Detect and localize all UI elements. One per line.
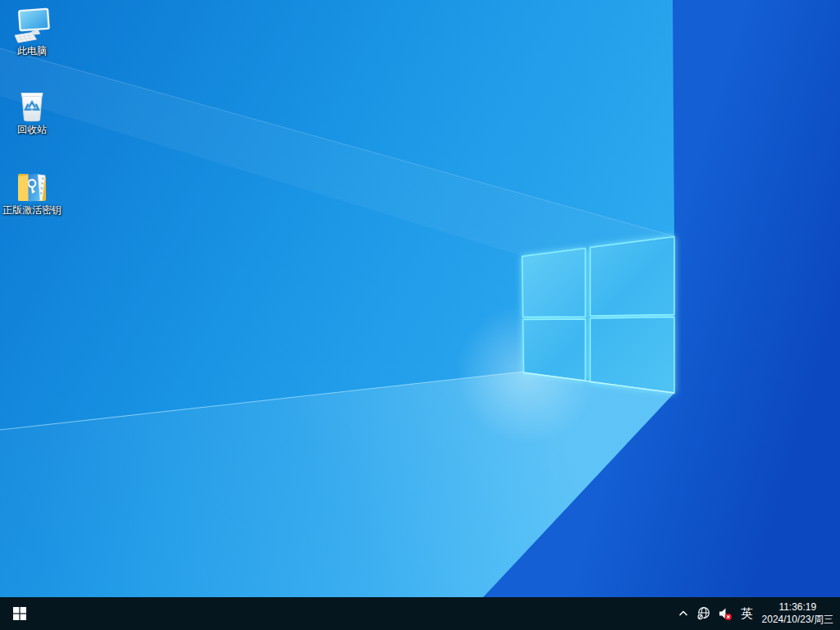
volume-tray-button[interactable] bbox=[714, 597, 736, 630]
globe-no-internet-icon bbox=[696, 606, 711, 621]
desktop-icon-this-pc[interactable]: 此电脑 bbox=[0, 7, 64, 57]
windows-start-icon bbox=[13, 607, 26, 620]
taskbar-empty-area bbox=[39, 597, 673, 630]
system-tray: 英 11:36:19 2024/10/23/周三 bbox=[673, 597, 840, 630]
start-button[interactable] bbox=[0, 597, 39, 630]
ime-label: 英 bbox=[741, 606, 753, 622]
desktop-wallpaper bbox=[0, 0, 840, 630]
desktop-icon-recycle-bin[interactable]: 回收站 bbox=[0, 85, 64, 135]
folder-activation-key-icon bbox=[12, 166, 52, 203]
clock-date: 2024/10/23/周三 bbox=[762, 614, 833, 626]
network-tray-button[interactable] bbox=[693, 597, 714, 630]
show-hidden-icons-button[interactable] bbox=[673, 597, 693, 630]
speaker-muted-icon bbox=[718, 607, 733, 621]
desktop-icon-label: 正版激活密钥 bbox=[0, 204, 64, 216]
this-pc-icon bbox=[12, 7, 52, 44]
ime-language-indicator[interactable]: 英 bbox=[736, 597, 759, 630]
taskbar: 英 11:36:19 2024/10/23/周三 bbox=[0, 597, 840, 630]
clock-time: 11:36:19 bbox=[778, 601, 816, 614]
windows-logo-icon bbox=[523, 237, 675, 394]
recycle-bin-icon bbox=[12, 85, 52, 123]
desktop-icon-label: 此电脑 bbox=[0, 45, 64, 57]
desktop-icon-label: 回收站 bbox=[0, 124, 64, 135]
chevron-up-icon bbox=[677, 607, 690, 620]
desktop-icon-activation-key-folder[interactable]: 正版激活密钥 bbox=[0, 166, 64, 216]
taskbar-clock[interactable]: 11:36:19 2024/10/23/周三 bbox=[759, 597, 840, 630]
